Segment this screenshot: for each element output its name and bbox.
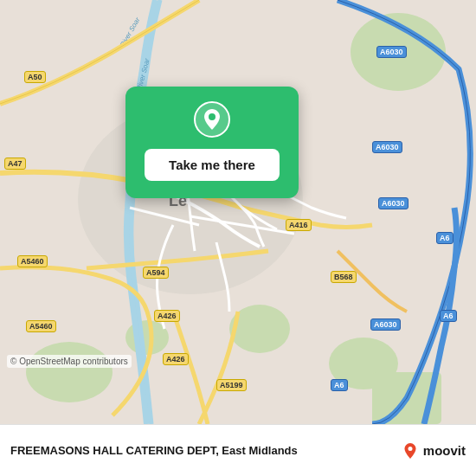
location-name: FREEMASONS HALL CATERING DEPT, East Midl… (10, 444, 401, 457)
road-badge-a6-1: A6 (331, 379, 348, 391)
road-badge-a6030-3: A6030 (378, 197, 408, 209)
road-badge-a6030-2: A6030 (372, 141, 402, 153)
svg-point-13 (209, 113, 215, 120)
road-badge-a6-3: A6 (440, 310, 457, 322)
moovit-brand-text: moovit (423, 443, 466, 458)
road-badge-a6-2: A6 (436, 232, 453, 244)
road-badge-a6030-1: A6030 (376, 46, 407, 58)
popup-card: Take me there (125, 87, 299, 198)
road-badge-a50: A50 (24, 71, 46, 83)
road-badge-a5460-2: A5460 (26, 320, 56, 332)
road-badge-a426: A426 (154, 310, 180, 322)
moovit-pin-icon (401, 441, 420, 460)
road-badge-a594: A594 (143, 267, 169, 279)
road-badge-a6030-4: A6030 (370, 318, 401, 331)
take-me-there-button[interactable]: Take me there (145, 149, 280, 181)
road-badge-a426-2: A426 (163, 353, 189, 365)
svg-point-4 (26, 342, 113, 402)
road-badge-a47: A47 (4, 158, 26, 170)
moovit-logo: moovit (401, 441, 466, 460)
road-badge-a5460-1: A5460 (17, 255, 48, 267)
map-container: River Soar River Soar (0, 0, 476, 424)
road-badge-b568: B568 (331, 271, 357, 283)
location-pin-icon (193, 100, 231, 138)
bottom-bar: FREEMASONS HALL CATERING DEPT, East Midl… (0, 424, 476, 476)
road-badge-a5199: A5199 (216, 379, 247, 391)
osm-attribution: © OpenStreetMap contributors (7, 355, 132, 368)
road-badge-a416: A416 (286, 219, 312, 231)
svg-point-14 (408, 447, 412, 451)
